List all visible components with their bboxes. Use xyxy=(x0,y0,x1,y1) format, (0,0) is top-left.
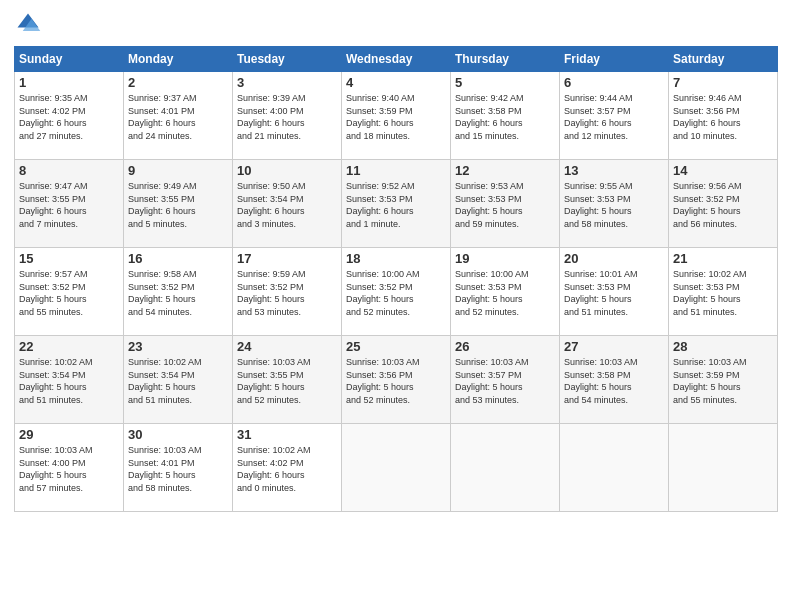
day-number: 8 xyxy=(19,163,119,178)
day-info: Sunrise: 10:01 AM Sunset: 3:53 PM Daylig… xyxy=(564,268,664,318)
day-number: 17 xyxy=(237,251,337,266)
day-info: Sunrise: 10:02 AM Sunset: 3:54 PM Daylig… xyxy=(19,356,119,406)
calendar-table: SundayMondayTuesdayWednesdayThursdayFrid… xyxy=(14,46,778,512)
day-number: 5 xyxy=(455,75,555,90)
day-info: Sunrise: 9:53 AM Sunset: 3:53 PM Dayligh… xyxy=(455,180,555,230)
day-number: 10 xyxy=(237,163,337,178)
day-info: Sunrise: 10:00 AM Sunset: 3:52 PM Daylig… xyxy=(346,268,446,318)
day-info: Sunrise: 9:44 AM Sunset: 3:57 PM Dayligh… xyxy=(564,92,664,142)
calendar-cell: 7Sunrise: 9:46 AM Sunset: 3:56 PM Daylig… xyxy=(669,72,778,160)
day-info: Sunrise: 10:02 AM Sunset: 3:53 PM Daylig… xyxy=(673,268,773,318)
calendar-cell: 1Sunrise: 9:35 AM Sunset: 4:02 PM Daylig… xyxy=(15,72,124,160)
day-info: Sunrise: 9:59 AM Sunset: 3:52 PM Dayligh… xyxy=(237,268,337,318)
day-info: Sunrise: 9:57 AM Sunset: 3:52 PM Dayligh… xyxy=(19,268,119,318)
calendar-header: SundayMondayTuesdayWednesdayThursdayFrid… xyxy=(15,47,778,72)
header-day: Thursday xyxy=(451,47,560,72)
page-header xyxy=(14,10,778,38)
calendar-cell xyxy=(342,424,451,512)
header-day: Friday xyxy=(560,47,669,72)
day-info: Sunrise: 9:49 AM Sunset: 3:55 PM Dayligh… xyxy=(128,180,228,230)
calendar-cell: 14Sunrise: 9:56 AM Sunset: 3:52 PM Dayli… xyxy=(669,160,778,248)
day-number: 14 xyxy=(673,163,773,178)
day-number: 4 xyxy=(346,75,446,90)
day-number: 12 xyxy=(455,163,555,178)
day-info: Sunrise: 9:39 AM Sunset: 4:00 PM Dayligh… xyxy=(237,92,337,142)
calendar-cell: 6Sunrise: 9:44 AM Sunset: 3:57 PM Daylig… xyxy=(560,72,669,160)
day-info: Sunrise: 10:03 AM Sunset: 4:01 PM Daylig… xyxy=(128,444,228,494)
day-number: 7 xyxy=(673,75,773,90)
day-number: 18 xyxy=(346,251,446,266)
day-number: 29 xyxy=(19,427,119,442)
calendar-cell: 24Sunrise: 10:03 AM Sunset: 3:55 PM Dayl… xyxy=(233,336,342,424)
header-day: Sunday xyxy=(15,47,124,72)
header-day: Saturday xyxy=(669,47,778,72)
calendar-cell: 20Sunrise: 10:01 AM Sunset: 3:53 PM Dayl… xyxy=(560,248,669,336)
day-number: 3 xyxy=(237,75,337,90)
calendar-cell: 31Sunrise: 10:02 AM Sunset: 4:02 PM Dayl… xyxy=(233,424,342,512)
calendar-week-row: 22Sunrise: 10:02 AM Sunset: 3:54 PM Dayl… xyxy=(15,336,778,424)
day-info: Sunrise: 9:52 AM Sunset: 3:53 PM Dayligh… xyxy=(346,180,446,230)
calendar-body: 1Sunrise: 9:35 AM Sunset: 4:02 PM Daylig… xyxy=(15,72,778,512)
day-number: 27 xyxy=(564,339,664,354)
day-number: 11 xyxy=(346,163,446,178)
day-info: Sunrise: 10:03 AM Sunset: 3:56 PM Daylig… xyxy=(346,356,446,406)
day-info: Sunrise: 9:47 AM Sunset: 3:55 PM Dayligh… xyxy=(19,180,119,230)
header-day: Wednesday xyxy=(342,47,451,72)
day-info: Sunrise: 9:55 AM Sunset: 3:53 PM Dayligh… xyxy=(564,180,664,230)
calendar-cell: 26Sunrise: 10:03 AM Sunset: 3:57 PM Dayl… xyxy=(451,336,560,424)
calendar-cell: 25Sunrise: 10:03 AM Sunset: 3:56 PM Dayl… xyxy=(342,336,451,424)
calendar-cell: 4Sunrise: 9:40 AM Sunset: 3:59 PM Daylig… xyxy=(342,72,451,160)
day-number: 20 xyxy=(564,251,664,266)
calendar-cell: 13Sunrise: 9:55 AM Sunset: 3:53 PM Dayli… xyxy=(560,160,669,248)
calendar-cell: 16Sunrise: 9:58 AM Sunset: 3:52 PM Dayli… xyxy=(124,248,233,336)
calendar-cell xyxy=(560,424,669,512)
calendar-cell: 11Sunrise: 9:52 AM Sunset: 3:53 PM Dayli… xyxy=(342,160,451,248)
calendar-week-row: 1Sunrise: 9:35 AM Sunset: 4:02 PM Daylig… xyxy=(15,72,778,160)
calendar-cell: 10Sunrise: 9:50 AM Sunset: 3:54 PM Dayli… xyxy=(233,160,342,248)
day-number: 9 xyxy=(128,163,228,178)
day-info: Sunrise: 9:50 AM Sunset: 3:54 PM Dayligh… xyxy=(237,180,337,230)
day-number: 25 xyxy=(346,339,446,354)
day-info: Sunrise: 10:03 AM Sunset: 3:55 PM Daylig… xyxy=(237,356,337,406)
calendar-cell: 22Sunrise: 10:02 AM Sunset: 3:54 PM Dayl… xyxy=(15,336,124,424)
day-number: 13 xyxy=(564,163,664,178)
calendar-cell: 21Sunrise: 10:02 AM Sunset: 3:53 PM Dayl… xyxy=(669,248,778,336)
calendar-cell xyxy=(669,424,778,512)
day-info: Sunrise: 9:46 AM Sunset: 3:56 PM Dayligh… xyxy=(673,92,773,142)
header-day: Tuesday xyxy=(233,47,342,72)
day-number: 22 xyxy=(19,339,119,354)
day-info: Sunrise: 10:00 AM Sunset: 3:53 PM Daylig… xyxy=(455,268,555,318)
calendar-cell: 15Sunrise: 9:57 AM Sunset: 3:52 PM Dayli… xyxy=(15,248,124,336)
calendar-cell: 18Sunrise: 10:00 AM Sunset: 3:52 PM Dayl… xyxy=(342,248,451,336)
calendar-cell: 12Sunrise: 9:53 AM Sunset: 3:53 PM Dayli… xyxy=(451,160,560,248)
day-number: 19 xyxy=(455,251,555,266)
calendar-cell: 28Sunrise: 10:03 AM Sunset: 3:59 PM Dayl… xyxy=(669,336,778,424)
calendar-week-row: 15Sunrise: 9:57 AM Sunset: 3:52 PM Dayli… xyxy=(15,248,778,336)
calendar-cell xyxy=(451,424,560,512)
calendar-week-row: 29Sunrise: 10:03 AM Sunset: 4:00 PM Dayl… xyxy=(15,424,778,512)
day-number: 1 xyxy=(19,75,119,90)
day-info: Sunrise: 9:40 AM Sunset: 3:59 PM Dayligh… xyxy=(346,92,446,142)
day-info: Sunrise: 10:03 AM Sunset: 3:57 PM Daylig… xyxy=(455,356,555,406)
day-info: Sunrise: 10:03 AM Sunset: 3:58 PM Daylig… xyxy=(564,356,664,406)
day-info: Sunrise: 9:56 AM Sunset: 3:52 PM Dayligh… xyxy=(673,180,773,230)
calendar-cell: 17Sunrise: 9:59 AM Sunset: 3:52 PM Dayli… xyxy=(233,248,342,336)
day-info: Sunrise: 9:42 AM Sunset: 3:58 PM Dayligh… xyxy=(455,92,555,142)
day-info: Sunrise: 10:03 AM Sunset: 4:00 PM Daylig… xyxy=(19,444,119,494)
day-info: Sunrise: 9:35 AM Sunset: 4:02 PM Dayligh… xyxy=(19,92,119,142)
calendar-cell: 5Sunrise: 9:42 AM Sunset: 3:58 PM Daylig… xyxy=(451,72,560,160)
calendar-cell: 9Sunrise: 9:49 AM Sunset: 3:55 PM Daylig… xyxy=(124,160,233,248)
calendar-cell: 2Sunrise: 9:37 AM Sunset: 4:01 PM Daylig… xyxy=(124,72,233,160)
day-info: Sunrise: 10:02 AM Sunset: 4:02 PM Daylig… xyxy=(237,444,337,494)
logo-icon xyxy=(14,10,42,38)
calendar-cell: 29Sunrise: 10:03 AM Sunset: 4:00 PM Dayl… xyxy=(15,424,124,512)
calendar-cell: 30Sunrise: 10:03 AM Sunset: 4:01 PM Dayl… xyxy=(124,424,233,512)
calendar-cell: 3Sunrise: 9:39 AM Sunset: 4:00 PM Daylig… xyxy=(233,72,342,160)
day-number: 6 xyxy=(564,75,664,90)
day-number: 2 xyxy=(128,75,228,90)
day-number: 21 xyxy=(673,251,773,266)
calendar-cell: 23Sunrise: 10:02 AM Sunset: 3:54 PM Dayl… xyxy=(124,336,233,424)
day-number: 30 xyxy=(128,427,228,442)
day-number: 31 xyxy=(237,427,337,442)
day-number: 15 xyxy=(19,251,119,266)
